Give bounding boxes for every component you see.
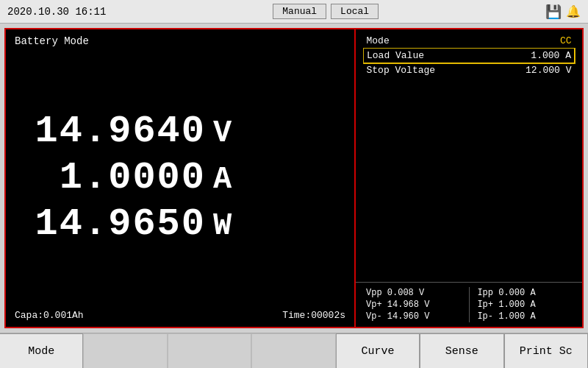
vp-plus-row: Vp+ 14.968 V Ip+ 1.000 A <box>363 299 575 311</box>
nav-empty-2 <box>168 333 251 368</box>
vpp-unit: V <box>419 288 424 298</box>
load-value-row[interactable]: Load Value 1.000 A <box>364 49 575 63</box>
ipp-label: Ipp <box>477 288 493 298</box>
big-readings: 14.9640 V 1.0000 A 14.9650 W <box>15 50 345 305</box>
stop-voltage: 12.000 V <box>488 63 575 78</box>
right-panel: Mode CC Load Value 1.000 A Stop Voltage <box>356 28 584 328</box>
power-row: 14.9650 W <box>15 202 345 246</box>
load-value: 1.000 A <box>488 49 575 63</box>
battery-mode-label: Battery Mode <box>15 35 345 47</box>
voltage-unit: V <box>213 116 232 151</box>
stop-voltage-row: Stop Voltage 12.000 V <box>364 63 575 78</box>
current-unit: A <box>213 162 232 197</box>
ipp-unit: A <box>530 288 535 298</box>
stop-voltage-num: 12.000 <box>526 65 560 76</box>
mode-nav-button[interactable]: Mode <box>0 333 83 368</box>
bell-icon[interactable]: 🔔 <box>566 4 581 19</box>
vp-plus-label: Vp+ <box>366 300 382 310</box>
ip-minus-label: Ip- <box>477 311 493 322</box>
voltage-value: 14.9640 <box>15 110 206 153</box>
ip-plus-label: Ip+ <box>477 300 493 310</box>
nav-empty-3 <box>251 333 335 368</box>
mode-label: Mode <box>364 34 489 49</box>
ip-plus-unit: A <box>530 300 535 310</box>
stop-voltage-unit: V <box>566 65 572 76</box>
main-content: Battery Mode 14.9640 V 1.0000 A 14.9650 … <box>0 24 588 333</box>
device-frame: 2020.10.30 16:11 Manual Local 💾 🔔 Batter… <box>0 0 588 368</box>
power-value: 14.9650 <box>15 202 206 246</box>
ip-plus-label-cell: Ip+ 1.000 A <box>470 299 575 311</box>
vp-minus-row: Vp- 14.960 V Ip- 1.000 A <box>363 311 575 322</box>
manual-button[interactable]: Manual <box>273 4 326 19</box>
vp-plus-unit: V <box>424 300 429 310</box>
vpp-row: Vpp 0.008 V Ipp 0.000 A <box>363 287 575 299</box>
power-unit: W <box>213 208 232 244</box>
vpp-label-cell: Vpp 0.008 V <box>363 287 470 299</box>
status-icons: 💾 🔔 <box>545 4 581 20</box>
nav-empty-1 <box>83 333 167 368</box>
vp-minus-label: Vp- <box>366 311 382 322</box>
datetime-display: 2020.10.30 16:11 <box>7 6 106 18</box>
time-label: Time:00002s <box>282 310 345 321</box>
mode-buttons: Manual Local <box>273 4 379 19</box>
capa-label: Capa:0.001Ah <box>15 310 84 321</box>
ipp-label-cell: Ipp 0.000 A <box>470 287 575 299</box>
ip-plus-value: 1.000 <box>498 300 525 310</box>
voltage-row: 14.9640 V <box>15 110 345 153</box>
bottom-nav: Mode Curve Sense Print Sc <box>0 333 588 368</box>
vp-minus-unit: V <box>424 311 429 322</box>
vp-plus-label-cell: Vp+ 14.968 V <box>363 299 470 311</box>
vpp-label: Vpp <box>366 288 382 298</box>
current-row: 1.0000 A <box>15 156 345 199</box>
print-sc-nav-button[interactable]: Print Sc <box>504 333 588 368</box>
ipp-value: 0.000 <box>498 288 525 298</box>
load-value-num: 1.000 <box>531 50 559 61</box>
load-value-unit: A <box>565 50 571 61</box>
right-top: Mode CC Load Value 1.000 A Stop Voltage <box>356 29 582 282</box>
right-bottom: Vpp 0.008 V Ipp 0.000 A Vp+ <box>356 282 582 327</box>
vpp-value: 0.008 <box>387 288 414 298</box>
vp-minus-value: 14.960 <box>387 311 419 322</box>
vp-plus-value: 14.968 <box>387 300 419 310</box>
bottom-stats: Capa:0.001Ah Time:00002s <box>15 310 345 321</box>
info-table: Mode CC Load Value 1.000 A Stop Voltage <box>363 34 575 77</box>
mode-value: CC <box>488 34 575 49</box>
ip-minus-unit: A <box>530 311 535 322</box>
sense-nav-button[interactable]: Sense <box>420 333 503 368</box>
vp-minus-label-cell: Vp- 14.960 V <box>363 311 470 322</box>
local-button[interactable]: Local <box>331 4 379 19</box>
mode-header-row: Mode CC <box>364 34 575 49</box>
stop-voltage-label: Stop Voltage <box>364 63 489 78</box>
vpp-table: Vpp 0.008 V Ipp 0.000 A Vp+ <box>363 287 575 322</box>
left-panel: Battery Mode 14.9640 V 1.0000 A 14.9650 … <box>4 28 356 328</box>
curve-nav-button[interactable]: Curve <box>336 333 420 368</box>
current-value: 1.0000 <box>15 156 206 199</box>
ip-minus-value: 1.000 <box>498 311 525 322</box>
ip-minus-label-cell: Ip- 1.000 A <box>470 311 575 322</box>
save-icon[interactable]: 💾 <box>545 4 562 20</box>
load-value-label: Load Value <box>364 49 489 63</box>
status-bar: 2020.10.30 16:11 Manual Local 💾 🔔 <box>0 0 588 24</box>
